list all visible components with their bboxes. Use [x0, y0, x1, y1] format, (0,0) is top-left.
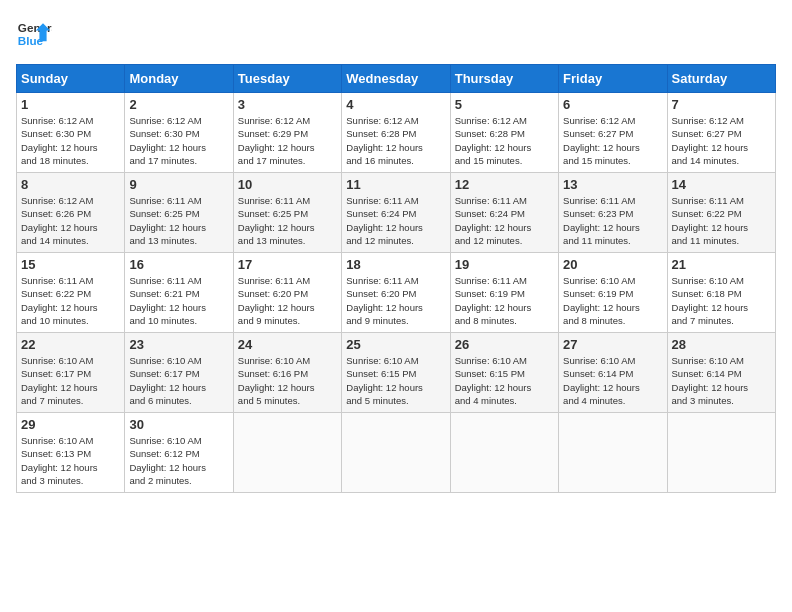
- calendar-cell: 12Sunrise: 6:11 AMSunset: 6:24 PMDayligh…: [450, 173, 558, 253]
- day-info: Sunrise: 6:12 AMSunset: 6:30 PMDaylight:…: [129, 115, 206, 166]
- calendar-header-row: SundayMondayTuesdayWednesdayThursdayFrid…: [17, 65, 776, 93]
- day-header-monday: Monday: [125, 65, 233, 93]
- calendar-cell: 26Sunrise: 6:10 AMSunset: 6:15 PMDayligh…: [450, 333, 558, 413]
- day-info: Sunrise: 6:12 AMSunset: 6:27 PMDaylight:…: [563, 115, 640, 166]
- day-number: 12: [455, 177, 554, 192]
- day-number: 23: [129, 337, 228, 352]
- calendar-cell: 15Sunrise: 6:11 AMSunset: 6:22 PMDayligh…: [17, 253, 125, 333]
- calendar-cell: 6Sunrise: 6:12 AMSunset: 6:27 PMDaylight…: [559, 93, 667, 173]
- day-info: Sunrise: 6:11 AMSunset: 6:22 PMDaylight:…: [21, 275, 98, 326]
- day-info: Sunrise: 6:11 AMSunset: 6:21 PMDaylight:…: [129, 275, 206, 326]
- calendar-cell: 29Sunrise: 6:10 AMSunset: 6:13 PMDayligh…: [17, 413, 125, 493]
- day-info: Sunrise: 6:10 AMSunset: 6:17 PMDaylight:…: [21, 355, 98, 406]
- calendar-cell: 10Sunrise: 6:11 AMSunset: 6:25 PMDayligh…: [233, 173, 341, 253]
- day-number: 7: [672, 97, 771, 112]
- calendar-cell: 14Sunrise: 6:11 AMSunset: 6:22 PMDayligh…: [667, 173, 775, 253]
- calendar-cell: 17Sunrise: 6:11 AMSunset: 6:20 PMDayligh…: [233, 253, 341, 333]
- calendar-row: 15Sunrise: 6:11 AMSunset: 6:22 PMDayligh…: [17, 253, 776, 333]
- calendar-cell: 18Sunrise: 6:11 AMSunset: 6:20 PMDayligh…: [342, 253, 450, 333]
- day-number: 3: [238, 97, 337, 112]
- day-number: 17: [238, 257, 337, 272]
- day-info: Sunrise: 6:12 AMSunset: 6:28 PMDaylight:…: [455, 115, 532, 166]
- calendar-cell: 7Sunrise: 6:12 AMSunset: 6:27 PMDaylight…: [667, 93, 775, 173]
- day-info: Sunrise: 6:11 AMSunset: 6:24 PMDaylight:…: [455, 195, 532, 246]
- logo-icon: General Blue: [16, 16, 52, 52]
- calendar-cell: 22Sunrise: 6:10 AMSunset: 6:17 PMDayligh…: [17, 333, 125, 413]
- day-info: Sunrise: 6:10 AMSunset: 6:12 PMDaylight:…: [129, 435, 206, 486]
- day-number: 8: [21, 177, 120, 192]
- day-number: 2: [129, 97, 228, 112]
- day-number: 16: [129, 257, 228, 272]
- calendar-cell: 4Sunrise: 6:12 AMSunset: 6:28 PMDaylight…: [342, 93, 450, 173]
- day-number: 25: [346, 337, 445, 352]
- day-header-sunday: Sunday: [17, 65, 125, 93]
- calendar-cell: [233, 413, 341, 493]
- day-header-friday: Friday: [559, 65, 667, 93]
- calendar-row: 1Sunrise: 6:12 AMSunset: 6:30 PMDaylight…: [17, 93, 776, 173]
- day-number: 26: [455, 337, 554, 352]
- calendar-table: SundayMondayTuesdayWednesdayThursdayFrid…: [16, 64, 776, 493]
- calendar-cell: 25Sunrise: 6:10 AMSunset: 6:15 PMDayligh…: [342, 333, 450, 413]
- calendar-cell: 1Sunrise: 6:12 AMSunset: 6:30 PMDaylight…: [17, 93, 125, 173]
- day-number: 22: [21, 337, 120, 352]
- day-number: 27: [563, 337, 662, 352]
- logo: General Blue: [16, 16, 52, 52]
- day-number: 6: [563, 97, 662, 112]
- day-info: Sunrise: 6:11 AMSunset: 6:22 PMDaylight:…: [672, 195, 749, 246]
- day-info: Sunrise: 6:10 AMSunset: 6:14 PMDaylight:…: [672, 355, 749, 406]
- calendar-cell: 27Sunrise: 6:10 AMSunset: 6:14 PMDayligh…: [559, 333, 667, 413]
- day-info: Sunrise: 6:10 AMSunset: 6:13 PMDaylight:…: [21, 435, 98, 486]
- day-number: 9: [129, 177, 228, 192]
- day-header-wednesday: Wednesday: [342, 65, 450, 93]
- day-number: 4: [346, 97, 445, 112]
- day-info: Sunrise: 6:12 AMSunset: 6:30 PMDaylight:…: [21, 115, 98, 166]
- day-number: 24: [238, 337, 337, 352]
- day-header-saturday: Saturday: [667, 65, 775, 93]
- day-number: 1: [21, 97, 120, 112]
- day-number: 13: [563, 177, 662, 192]
- calendar-cell: 23Sunrise: 6:10 AMSunset: 6:17 PMDayligh…: [125, 333, 233, 413]
- calendar-row: 22Sunrise: 6:10 AMSunset: 6:17 PMDayligh…: [17, 333, 776, 413]
- day-number: 15: [21, 257, 120, 272]
- calendar-cell: 3Sunrise: 6:12 AMSunset: 6:29 PMDaylight…: [233, 93, 341, 173]
- calendar-cell: [342, 413, 450, 493]
- day-number: 28: [672, 337, 771, 352]
- day-number: 5: [455, 97, 554, 112]
- day-info: Sunrise: 6:11 AMSunset: 6:20 PMDaylight:…: [238, 275, 315, 326]
- calendar-cell: 16Sunrise: 6:11 AMSunset: 6:21 PMDayligh…: [125, 253, 233, 333]
- calendar-cell: 20Sunrise: 6:10 AMSunset: 6:19 PMDayligh…: [559, 253, 667, 333]
- calendar-cell: [667, 413, 775, 493]
- day-info: Sunrise: 6:10 AMSunset: 6:16 PMDaylight:…: [238, 355, 315, 406]
- day-info: Sunrise: 6:11 AMSunset: 6:24 PMDaylight:…: [346, 195, 423, 246]
- calendar-cell: 2Sunrise: 6:12 AMSunset: 6:30 PMDaylight…: [125, 93, 233, 173]
- day-info: Sunrise: 6:12 AMSunset: 6:26 PMDaylight:…: [21, 195, 98, 246]
- calendar-cell: 9Sunrise: 6:11 AMSunset: 6:25 PMDaylight…: [125, 173, 233, 253]
- day-header-thursday: Thursday: [450, 65, 558, 93]
- day-number: 29: [21, 417, 120, 432]
- calendar-cell: 30Sunrise: 6:10 AMSunset: 6:12 PMDayligh…: [125, 413, 233, 493]
- day-info: Sunrise: 6:11 AMSunset: 6:19 PMDaylight:…: [455, 275, 532, 326]
- day-info: Sunrise: 6:10 AMSunset: 6:15 PMDaylight:…: [346, 355, 423, 406]
- calendar-cell: 19Sunrise: 6:11 AMSunset: 6:19 PMDayligh…: [450, 253, 558, 333]
- day-info: Sunrise: 6:12 AMSunset: 6:29 PMDaylight:…: [238, 115, 315, 166]
- calendar-cell: 13Sunrise: 6:11 AMSunset: 6:23 PMDayligh…: [559, 173, 667, 253]
- day-number: 11: [346, 177, 445, 192]
- calendar-cell: [450, 413, 558, 493]
- page-header: General Blue: [16, 16, 776, 52]
- calendar-cell: [559, 413, 667, 493]
- day-info: Sunrise: 6:12 AMSunset: 6:27 PMDaylight:…: [672, 115, 749, 166]
- calendar-cell: 21Sunrise: 6:10 AMSunset: 6:18 PMDayligh…: [667, 253, 775, 333]
- day-number: 14: [672, 177, 771, 192]
- day-info: Sunrise: 6:12 AMSunset: 6:28 PMDaylight:…: [346, 115, 423, 166]
- day-number: 10: [238, 177, 337, 192]
- day-number: 30: [129, 417, 228, 432]
- calendar-row: 29Sunrise: 6:10 AMSunset: 6:13 PMDayligh…: [17, 413, 776, 493]
- calendar-cell: 5Sunrise: 6:12 AMSunset: 6:28 PMDaylight…: [450, 93, 558, 173]
- day-number: 21: [672, 257, 771, 272]
- day-number: 20: [563, 257, 662, 272]
- calendar-row: 8Sunrise: 6:12 AMSunset: 6:26 PMDaylight…: [17, 173, 776, 253]
- day-number: 18: [346, 257, 445, 272]
- calendar-cell: 24Sunrise: 6:10 AMSunset: 6:16 PMDayligh…: [233, 333, 341, 413]
- day-info: Sunrise: 6:11 AMSunset: 6:25 PMDaylight:…: [129, 195, 206, 246]
- day-info: Sunrise: 6:10 AMSunset: 6:18 PMDaylight:…: [672, 275, 749, 326]
